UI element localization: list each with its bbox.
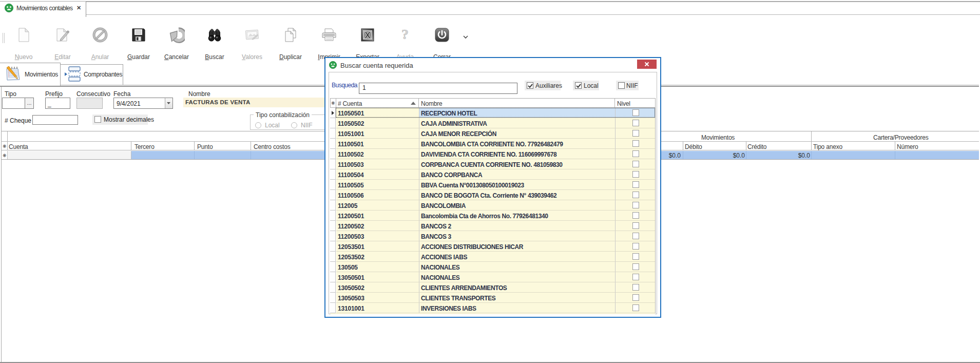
svg-text:?: ? [401,27,409,42]
